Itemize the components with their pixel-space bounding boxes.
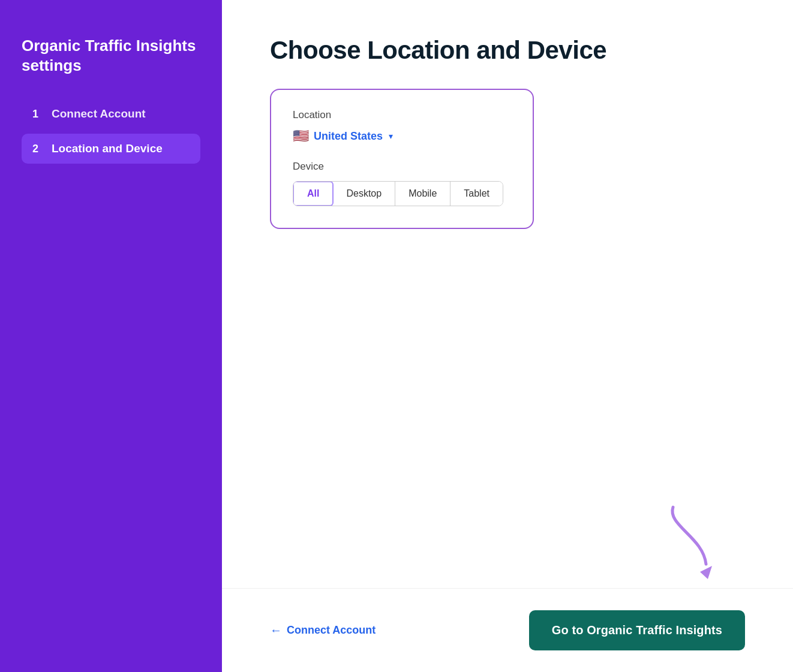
- device-option-tablet[interactable]: Tablet: [450, 182, 503, 206]
- sidebar-item-label-connect-account: Connect Account: [52, 107, 146, 120]
- step-number-2: 2: [32, 143, 43, 155]
- sidebar-item-label-location-device: Location and Device: [52, 142, 163, 155]
- annotation-arrow: [655, 501, 721, 579]
- location-value: United States: [314, 130, 383, 143]
- device-label: Device: [293, 161, 511, 173]
- back-link[interactable]: ← Connect Account: [270, 623, 376, 637]
- back-arrow-icon: ←: [270, 623, 282, 637]
- back-link-label: Connect Account: [287, 624, 376, 637]
- location-device-card: Location 🇺🇸 United States ▾ Device All D…: [270, 89, 534, 229]
- bottom-bar: ← Connect Account Go to Organic Traffic …: [222, 588, 793, 672]
- sidebar-item-connect-account[interactable]: 1 Connect Account: [22, 99, 200, 129]
- device-option-all[interactable]: All: [293, 181, 334, 206]
- sidebar-item-location-device[interactable]: 2 Location and Device: [22, 134, 200, 164]
- sidebar-title: Organic Traffic Insights settings: [22, 36, 200, 75]
- go-to-insights-button[interactable]: Go to Organic Traffic Insights: [529, 610, 745, 650]
- us-flag-icon: 🇺🇸: [293, 128, 309, 144]
- sidebar: Organic Traffic Insights settings 1 Conn…: [0, 0, 222, 672]
- step-number-1: 1: [32, 108, 43, 120]
- device-option-desktop[interactable]: Desktop: [333, 182, 395, 206]
- page-title: Choose Location and Device: [270, 36, 745, 65]
- svg-marker-0: [700, 566, 712, 579]
- location-dropdown[interactable]: 🇺🇸 United States ▾: [293, 128, 511, 144]
- chevron-down-icon: ▾: [389, 131, 393, 141]
- main-content: Choose Location and Device Location 🇺🇸 U…: [222, 0, 793, 672]
- location-label: Location: [293, 109, 511, 121]
- device-options-group: All Desktop Mobile Tablet: [293, 181, 503, 206]
- device-option-mobile[interactable]: Mobile: [395, 182, 450, 206]
